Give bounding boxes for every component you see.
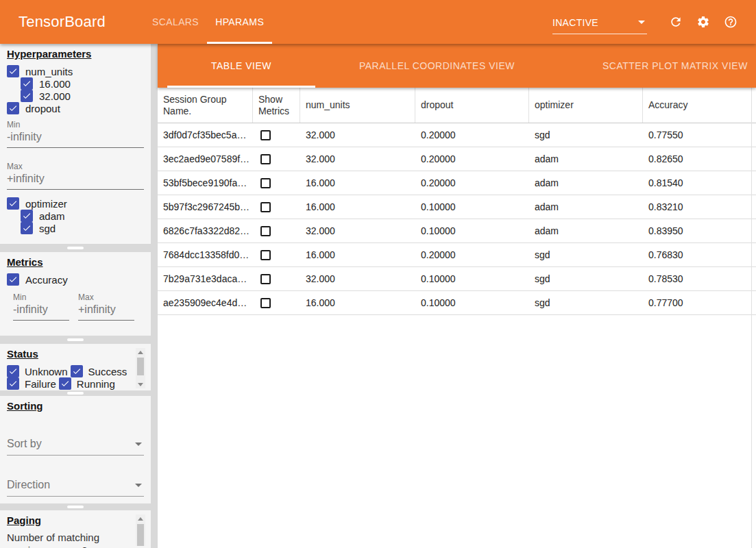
- sorting-title: Sorting: [7, 400, 144, 412]
- dropout-value: 0.20000: [415, 177, 529, 188]
- accuracy-value: 0.77550: [643, 129, 756, 140]
- column-header-optimizer[interactable]: optimizer: [529, 88, 643, 123]
- checkbox-checked-icon[interactable]: [21, 90, 33, 102]
- show-metrics-cell: [253, 129, 300, 141]
- status-running-label: Running: [77, 378, 115, 390]
- scrollbar-track[interactable]: [136, 356, 145, 380]
- checkbox-checked-icon[interactable]: [71, 365, 83, 377]
- settings-button[interactable]: [696, 15, 710, 29]
- optimizer-value-adam-row[interactable]: adam: [21, 210, 144, 222]
- column-header-session-group-name[interactable]: Session Group Name.: [158, 88, 253, 123]
- status-panel: Status Unknown Success Failure: [0, 344, 151, 390]
- show-metrics-checkbox[interactable]: [260, 298, 271, 308]
- column-header-show-metrics[interactable]: Show Metrics: [253, 88, 300, 123]
- show-metrics-checkbox[interactable]: [260, 130, 271, 140]
- session-group-table: Session Group Name. Show Metrics num_uni…: [158, 88, 756, 548]
- metrics-panel: Metrics Accuracy Min -infinity Max +infi…: [0, 252, 151, 336]
- resize-handle[interactable]: [67, 338, 84, 341]
- dropout-min-field: Min -infinity: [7, 120, 144, 148]
- checkbox-checked-icon[interactable]: [21, 222, 33, 234]
- show-metrics-cell: [253, 177, 300, 189]
- session-group-name: 3ec2aed9e07589f…: [158, 153, 253, 164]
- panel-divider: [0, 244, 151, 252]
- table-row: 7684dcc13358fd0… 16.000 0.20000 sgd 0.76…: [158, 243, 756, 267]
- hparams-main: TABLE VIEW PARALLEL COORDINATES VIEW SCA…: [158, 44, 756, 548]
- checkbox-checked-icon[interactable]: [21, 77, 33, 90]
- checkbox-checked-icon[interactable]: [7, 102, 19, 114]
- status-scrollbar[interactable]: [136, 348, 145, 388]
- help-icon: [724, 15, 737, 29]
- hparam-dropout-row[interactable]: dropout: [7, 102, 144, 114]
- status-failure-row[interactable]: Failure: [7, 377, 56, 390]
- tab-scatter-plot-matrix-view[interactable]: SCATTER PLOT MATRIX VIEW: [559, 44, 756, 88]
- scroll-up-arrow-icon[interactable]: [138, 514, 143, 523]
- scrollbar-thumb[interactable]: [137, 358, 144, 375]
- dropout-min-input[interactable]: -infinity: [7, 129, 144, 148]
- accuracy-value: 0.82650: [643, 153, 756, 164]
- show-metrics-checkbox[interactable]: [260, 250, 271, 260]
- scroll-up-arrow-icon[interactable]: [138, 348, 143, 356]
- num-units-value: 32.000: [300, 225, 415, 236]
- refresh-button[interactable]: [669, 15, 683, 29]
- num-units-value-16-row[interactable]: 16.000: [21, 77, 144, 90]
- show-metrics-checkbox[interactable]: [260, 274, 271, 284]
- checkbox-checked-icon[interactable]: [7, 377, 19, 390]
- status-unknown-row[interactable]: Unknown: [7, 365, 68, 377]
- column-header-num-units[interactable]: num_units: [300, 88, 415, 123]
- sort-by-placeholder: Sort by: [7, 438, 135, 450]
- paging-title: Paging: [7, 514, 144, 526]
- paging-scrollbar[interactable]: [136, 514, 145, 546]
- num-units-value-32-label: 32.000: [39, 90, 71, 102]
- hparam-num-units-row[interactable]: num_units: [7, 65, 144, 77]
- accuracy-range-fields: Min -infinity Max +infinity: [13, 292, 144, 321]
- resize-handle[interactable]: [67, 392, 84, 395]
- resize-handle[interactable]: [67, 506, 84, 508]
- checkbox-checked-icon[interactable]: [7, 197, 19, 210]
- paging-panel: Paging Number of matching session groups…: [0, 510, 151, 548]
- checkbox-checked-icon[interactable]: [21, 210, 33, 222]
- session-group-name: 5b97f3c2967245b…: [158, 201, 253, 212]
- checkbox-checked-icon[interactable]: [59, 377, 71, 390]
- direction-select[interactable]: Direction: [7, 477, 144, 497]
- table-row: ae235909ec4e4d… 16.000 0.10000 sgd 0.777…: [158, 291, 756, 315]
- show-metrics-checkbox[interactable]: [260, 154, 271, 164]
- gear-icon: [696, 15, 710, 29]
- accuracy-min-input[interactable]: -infinity: [13, 302, 69, 321]
- scrollbar-track[interactable]: [136, 523, 145, 546]
- panel-divider: [0, 503, 151, 510]
- filter-sidebar: Hyperparameters num_units 16.000 32.000 …: [0, 44, 158, 548]
- table-row: 53bf5bece9190fa… 16.000 0.20000 adam 0.8…: [158, 171, 756, 195]
- status-success-row[interactable]: Success: [71, 365, 127, 377]
- accuracy-max-input[interactable]: +infinity: [78, 302, 134, 321]
- tab-table-view[interactable]: TABLE VIEW: [167, 44, 315, 88]
- column-header-dropout[interactable]: dropout: [415, 88, 529, 123]
- dropout-max-input[interactable]: +infinity: [7, 171, 144, 190]
- resize-handle[interactable]: [67, 247, 84, 249]
- runs-selector-dropdown[interactable]: INACTIVE: [552, 17, 647, 34]
- num-units-value-32-row[interactable]: 32.000: [21, 90, 144, 102]
- tab-scalars[interactable]: SCALARS: [144, 0, 207, 44]
- show-metrics-checkbox[interactable]: [260, 178, 271, 188]
- panel-divider: [0, 336, 151, 344]
- sort-by-select[interactable]: Sort by: [7, 436, 144, 456]
- dropout-max-field: Max +infinity: [7, 162, 144, 190]
- status-title: Status: [7, 348, 144, 360]
- tab-hparams[interactable]: HPARAMS: [207, 0, 272, 44]
- checkbox-checked-icon[interactable]: [7, 65, 19, 77]
- show-metrics-checkbox[interactable]: [260, 202, 271, 212]
- optimizer-value-sgd-row[interactable]: sgd: [21, 222, 144, 234]
- show-metrics-cell: [253, 153, 300, 165]
- hparam-optimizer-label: optimizer: [25, 198, 67, 210]
- checkbox-checked-icon[interactable]: [7, 273, 19, 286]
- metric-accuracy-row[interactable]: Accuracy: [7, 273, 144, 286]
- tab-parallel-coordinates-view[interactable]: PARALLEL COORDINATES VIEW: [315, 44, 559, 88]
- scroll-down-arrow-icon[interactable]: [138, 380, 143, 388]
- show-metrics-checkbox[interactable]: [260, 226, 271, 236]
- scrollbar-thumb[interactable]: [137, 524, 144, 546]
- hparam-optimizer-row[interactable]: optimizer: [7, 197, 144, 210]
- column-header-accuracy[interactable]: Accuracy: [643, 88, 756, 123]
- session-group-name: 3df0d7cf35bec5a…: [158, 129, 253, 140]
- checkbox-checked-icon[interactable]: [7, 365, 19, 377]
- help-button[interactable]: [724, 15, 737, 29]
- status-running-row[interactable]: Running: [59, 377, 115, 390]
